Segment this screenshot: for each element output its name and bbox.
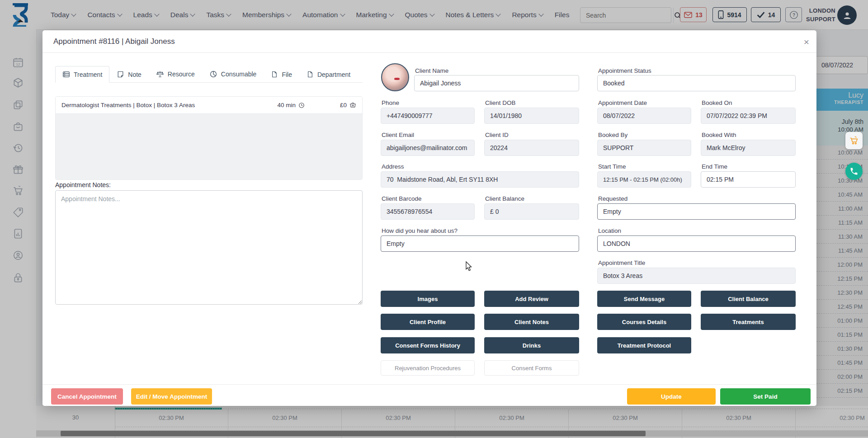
treatment-list-icon xyxy=(62,71,70,78)
start-time-label: Start Time xyxy=(598,163,626,170)
basket-icon[interactable] xyxy=(349,102,356,108)
send-message-button[interactable]: Send Message xyxy=(597,291,691,307)
screen: Today Contacts Leads Deals Tasks Members… xyxy=(0,0,868,438)
courses-details-button[interactable]: Courses Details xyxy=(597,314,691,330)
tab-label: Treatment xyxy=(74,71,102,78)
client-notes-button[interactable]: Client Notes xyxy=(484,314,579,330)
department-file-icon xyxy=(307,71,314,78)
appointment-modal: Appointment #8116 | Abigail Joness × Tre… xyxy=(42,30,816,406)
booked-by-input[interactable] xyxy=(597,140,691,156)
edit-move-appointment-button[interactable]: Edit / Move Appointment xyxy=(131,388,212,405)
booked-by-label: Booked By xyxy=(598,132,627,138)
update-button[interactable]: Update xyxy=(627,388,716,405)
client-balance-label: Client Balance xyxy=(485,195,524,202)
scales-icon xyxy=(156,70,164,78)
treatment-duration: 40 min xyxy=(277,102,305,108)
modal-header: Appointment #8116 | Abigail Joness × xyxy=(42,30,816,53)
drinks-button[interactable]: Drinks xyxy=(484,337,579,353)
consent-forms-history-button[interactable]: Consent Forms History xyxy=(381,337,475,353)
booked-with-label: Booked With xyxy=(702,132,736,138)
tab-treatment[interactable]: Treatment xyxy=(55,66,109,83)
hear-about-select[interactable]: Empty xyxy=(381,235,579,252)
requested-select[interactable]: Empty xyxy=(597,203,796,220)
client-balance-button[interactable]: Client Balance xyxy=(701,291,796,307)
appointment-status-input[interactable] xyxy=(597,75,796,91)
booked-with-input[interactable] xyxy=(701,140,796,156)
treatment-price: £0 xyxy=(340,102,356,108)
price-text: £0 xyxy=(340,102,347,108)
location-select[interactable]: LONDON xyxy=(597,235,796,252)
client-dob-label: Client DOB xyxy=(485,99,516,106)
booked-on-label: Booked On xyxy=(702,99,732,106)
hear-about-label: How did you hear about us? xyxy=(382,227,458,234)
treatment-list: Dermatologist Treatments | Botox | Botox… xyxy=(55,96,363,180)
add-review-button[interactable]: Add Review xyxy=(484,291,579,307)
treatment-row[interactable]: Dermatologist Treatments | Botox | Botox… xyxy=(56,97,362,114)
tab-label: Resource xyxy=(168,71,195,78)
client-email-label: Client Email xyxy=(382,132,414,138)
client-barcode-input[interactable] xyxy=(381,203,475,220)
note-icon xyxy=(117,71,124,78)
address-input[interactable] xyxy=(381,171,579,188)
set-paid-button[interactable]: Set Paid xyxy=(720,388,811,405)
duration-text: 40 min xyxy=(277,102,296,108)
file-icon xyxy=(271,71,278,78)
quick-cart-button[interactable] xyxy=(845,132,863,149)
rejuvenation-procedures-button[interactable]: Rejuvenation Procedures xyxy=(381,360,475,376)
phone-icon xyxy=(849,167,859,176)
client-barcode-label: Client Barcode xyxy=(382,195,422,202)
treatment-list-empty-area xyxy=(56,114,362,180)
tab-label: Department xyxy=(317,71,350,78)
requested-label: Requested xyxy=(598,195,627,202)
appointment-notes-label: Appointment Notes: xyxy=(55,181,111,188)
quick-call-button[interactable] xyxy=(845,163,863,180)
client-id-input[interactable] xyxy=(484,140,579,156)
tab-department[interactable]: Department xyxy=(299,66,358,83)
tab-file[interactable]: File xyxy=(264,66,299,83)
modal-title: Appointment #8116 | Abigail Joness xyxy=(53,37,175,46)
appointment-title-input[interactable] xyxy=(597,268,796,284)
treatments-button[interactable]: Treatments xyxy=(701,314,796,330)
client-name-input[interactable] xyxy=(414,75,579,91)
tab-note[interactable]: Note xyxy=(109,66,149,83)
phone-input[interactable] xyxy=(381,108,475,124)
consent-forms-button[interactable]: Consent Forms xyxy=(484,360,579,376)
end-time-label: End Time xyxy=(702,163,727,170)
appointment-status-label: Appointment Status xyxy=(598,67,651,74)
client-photo xyxy=(381,63,409,91)
cancel-appointment-button[interactable]: Cancel Appointment xyxy=(51,388,123,405)
pie-chart-icon xyxy=(209,70,217,78)
client-name-label: Client Name xyxy=(415,67,448,74)
modal-footer: Cancel Appointment Edit / Move Appointme… xyxy=(42,384,816,406)
tab-label: Note xyxy=(128,71,142,78)
images-button[interactable]: Images xyxy=(381,291,475,307)
appointment-date-label: Appointment Date xyxy=(598,99,647,106)
booked-on-input[interactable] xyxy=(701,108,796,124)
tab-label: Consumable xyxy=(221,71,257,78)
tab-consumable[interactable]: Consumable xyxy=(202,66,264,83)
clock-icon xyxy=(298,102,305,108)
client-profile-button[interactable]: Client Profile xyxy=(381,314,475,330)
tab-label: File xyxy=(282,71,292,78)
client-balance-input[interactable] xyxy=(484,203,579,220)
cart-icon xyxy=(849,136,859,146)
modal-tabs: Treatment Note Resource Consumable File … xyxy=(55,66,363,83)
appointment-notes-textarea[interactable] xyxy=(55,190,363,305)
appointment-date-input[interactable] xyxy=(597,108,691,124)
location-label: Location xyxy=(598,227,621,234)
treatment-name: Dermatologist Treatments | Botox | Botox… xyxy=(61,102,277,108)
end-time-input[interactable] xyxy=(701,171,796,188)
phone-label: Phone xyxy=(382,99,399,106)
client-id-label: Client ID xyxy=(485,132,509,138)
appointment-title-label: Appointment Title xyxy=(598,259,645,266)
start-time-input[interactable] xyxy=(597,171,691,188)
client-dob-input[interactable] xyxy=(484,108,579,124)
treatment-protocol-button[interactable]: Treatment Protocol xyxy=(597,337,691,353)
tab-resource[interactable]: Resource xyxy=(149,66,202,83)
address-label: Address xyxy=(382,163,404,170)
close-icon[interactable]: × xyxy=(800,36,813,48)
client-email-input[interactable] xyxy=(381,140,475,156)
